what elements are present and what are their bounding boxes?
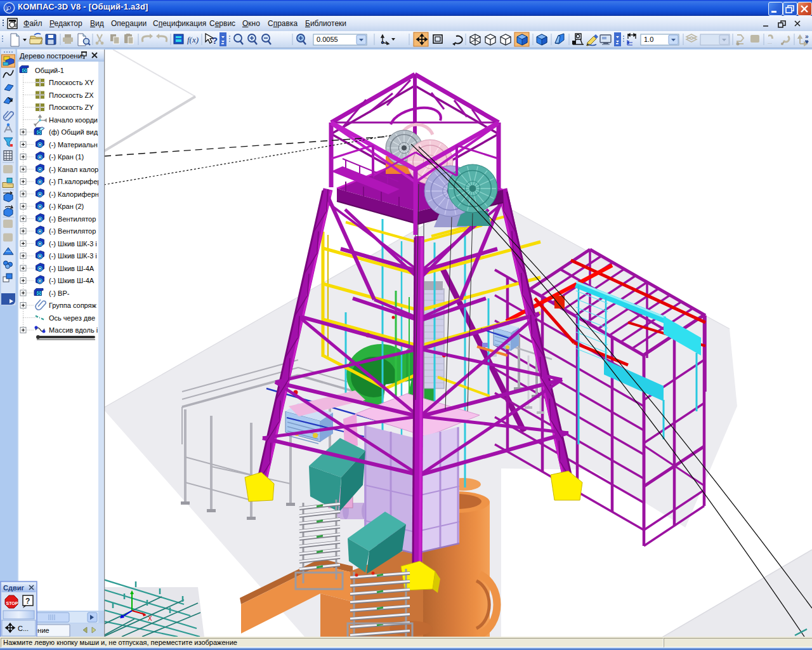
svg-text:(-) Кран (1): (-) Кран (1) [49,153,84,161]
svg-text:?: ? [212,35,218,46]
svg-text:(-) П.калорифер: (-) П.калорифер [49,178,101,185]
svg-text:Плоскость XY: Плоскость XY [49,79,95,86]
svg-text:(-) Шкив ШК-3 і: (-) Шкив ШК-3 і [49,240,97,248]
svg-text:(-) Вентилятор: (-) Вентилятор [49,215,96,223]
svg-text:(-) Материальн: (-) Материальн [49,141,98,149]
svg-text:(-) ВР-: (-) ВР- [49,289,70,297]
svg-text:(-) Кран (2): (-) Кран (2) [49,202,84,210]
svg-text:f(x): f(x) [187,35,199,44]
svg-text:Дерево построени:: Дерево построени: [20,52,84,60]
svg-text:?: ? [25,597,30,606]
svg-text:»: » [805,33,809,40]
svg-text:0.0055: 0.0055 [317,36,338,43]
svg-text:Плоскость ZX: Плоскость ZX [49,91,94,99]
svg-text:Общий-1: Общий-1 [35,67,64,74]
svg-text:Сдвиг: Сдвиг [3,584,24,592]
svg-text:(-) Шкив Ш-4А: (-) Шкив Ш-4А [49,277,95,284]
svg-text:(-) Канал калор: (-) Канал калор [49,166,98,173]
svg-text:(ф) Общий вид: (ф) Общий вид [49,128,98,136]
svg-text:(-) Вентилятор: (-) Вентилятор [49,227,96,235]
svg-text:Массив вдоль і: Массив вдоль і [49,326,98,334]
svg-text:(-) Шкив ШК-3 і: (-) Шкив ШК-3 і [49,252,97,260]
svg-text:Начало коорди: Начало коорди [49,116,98,124]
svg-text:С...: С... [18,625,29,632]
svg-text:STOP: STOP [6,601,18,606]
svg-text:...: ... [768,39,772,45]
svg-text:X: X [148,615,152,622]
svg-text:Группа сопряж: Группа сопряж [49,302,97,309]
svg-text:Ось через две: Ось через две [49,314,95,322]
svg-text:1.0: 1.0 [644,36,653,43]
svg-text:Плоскость ZY: Плоскость ZY [49,103,94,111]
svg-text:(-) Калориферн: (-) Калориферн [49,190,99,198]
svg-text:(-) Шкив Ш-4А: (-) Шкив Ш-4А [49,265,95,272]
